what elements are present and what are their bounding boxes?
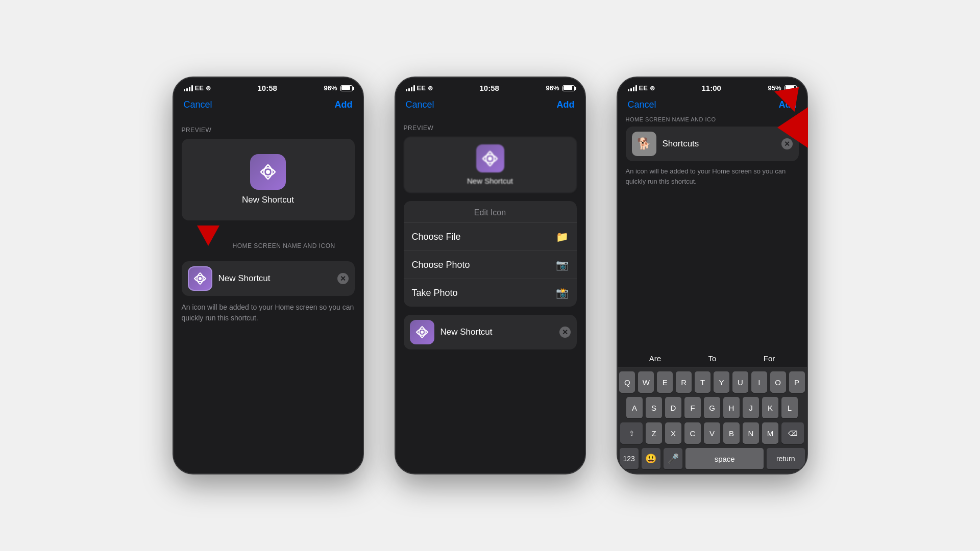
time-label-2: 10:58 [479,84,499,92]
suggestion-for[interactable]: For [764,354,775,363]
key-c[interactable]: C [684,422,701,444]
keyboard-row-2: A S D F G H J K L [620,397,805,418]
status-left-1: EE ⊜ [184,84,211,92]
key-w[interactable]: W [638,371,654,393]
shift-key[interactable]: ⇧ [620,422,643,444]
home-screen-label-1: HOME SCREEN NAME AND ICON [233,242,335,249]
key-u[interactable]: U [732,371,748,393]
battery-percent-1: 96% [324,84,337,92]
carrier-label-2: EE [417,84,426,92]
status-left-3: EE ⊜ [628,84,655,92]
icon-row-icon-2 [410,320,434,344]
key-r[interactable]: R [676,371,692,393]
status-right-2: 96% [546,84,574,92]
status-left-2: EE ⊜ [406,84,433,92]
key-z[interactable]: Z [646,422,662,444]
keyboard-suggestions: Are To For [618,349,807,367]
svg-point-3 [421,331,424,334]
svg-point-2 [488,157,492,161]
phone-1: EE ⊜ 10:58 96% Cancel Add PREVIEW [173,77,364,474]
nav-bar-2: Cancel Add [396,95,585,116]
clear-button-2[interactable]: ✕ [559,327,571,338]
key-v[interactable]: V [704,422,720,444]
shortcuts-icon-blurred [476,144,504,172]
key-l[interactable]: L [781,397,798,418]
status-bar-1: EE ⊜ 10:58 96% [174,78,363,95]
take-photo-item[interactable]: Take Photo 📸 [404,279,577,307]
delete-key[interactable]: ⌫ [781,422,804,444]
add-button-2[interactable]: Add [557,99,575,110]
key-n[interactable]: N [743,422,759,444]
icon-row-name-2: New Shortcut [440,327,553,337]
key-i[interactable]: I [751,371,767,393]
icon-row-2[interactable]: New Shortcut ✕ [404,315,577,349]
carrier-label: EE [195,84,204,92]
key-k[interactable]: K [762,397,778,418]
icon-row-name-3: Shortcuts [663,139,775,149]
key-p[interactable]: P [789,371,805,393]
add-button-1[interactable]: Add [335,99,353,110]
cancel-button-3[interactable]: Cancel [628,99,656,110]
choose-file-item[interactable]: Choose File 📁 [404,223,577,251]
space-key[interactable]: space [685,448,764,469]
key-g[interactable]: G [704,397,720,418]
emoji-key[interactable]: 😃 [642,448,660,469]
red-arrow-down-1 [197,226,219,246]
icon-row-name-1: New Shortcut [218,273,331,284]
camera-icon: 📸 [556,287,569,299]
key-q[interactable]: Q [619,371,635,393]
key-t[interactable]: T [695,371,710,393]
preview-label-2: PREVIEW [404,124,577,132]
battery-icon-1 [340,85,353,91]
icon-row-3[interactable]: 🐕 Shortcuts ✕ [626,127,799,161]
preview-card-1: New Shortcut [182,139,355,220]
suggestion-are[interactable]: Are [649,354,661,363]
cancel-button-2[interactable]: Cancel [406,99,434,110]
preview-card-blurred: New Shortcut [404,137,577,193]
blurred-title: New Shortcut [467,177,513,185]
suggestion-to[interactable]: To [708,354,717,363]
keyboard: Are To For Q W E R T Y U I O P [618,349,807,473]
key-y[interactable]: Y [714,371,729,393]
take-photo-label: Take Photo [412,288,458,298]
wifi-icon-3: ⊜ [650,85,655,92]
key-f[interactable]: F [684,397,701,418]
phone-3: EE ⊜ 11:00 95% Cancel Add HOME SCREEN NA… [617,77,808,474]
shortcuts-thumb-icon: 🐕 [632,132,656,156]
mic-key[interactable]: 🎤 [664,448,682,469]
num-switch-key[interactable]: 123 [620,448,639,469]
icon-row-1[interactable]: New Shortcut ✕ [182,261,355,296]
status-right-1: 96% [324,84,352,92]
key-o[interactable]: O [770,371,786,393]
clear-button-3[interactable]: ✕ [781,138,793,149]
keyboard-row-4: 123 😃 🎤 space return [620,448,805,469]
description-3: An icon will be added to your Home scree… [626,166,799,186]
preview-label-1: PREVIEW [182,127,355,134]
keyboard-row-1: Q W E R T Y U I O P [620,371,805,393]
status-bar-2: EE ⊜ 10:58 96% [396,78,585,95]
return-key[interactable]: return [767,448,805,469]
key-h[interactable]: H [723,397,740,418]
signal-icon-2 [406,85,415,91]
key-a[interactable]: A [626,397,643,418]
key-s[interactable]: S [646,397,662,418]
phone-2: EE ⊜ 10:58 96% Cancel Add PREVIEW [395,77,586,474]
svg-point-0 [266,170,270,174]
icon-row-icon-1[interactable] [188,266,212,291]
key-b[interactable]: B [723,422,740,444]
key-e[interactable]: E [657,371,673,393]
signal-icon-3 [628,85,637,91]
key-m[interactable]: M [762,422,778,444]
choose-file-label: Choose File [412,232,461,242]
choose-photo-item[interactable]: Choose Photo 📷 [404,251,577,279]
cancel-button-1[interactable]: Cancel [184,99,212,110]
clear-button-1[interactable]: ✕ [337,273,349,284]
key-j[interactable]: J [743,397,759,418]
photo-icon: 📷 [556,259,569,271]
key-d[interactable]: D [665,397,681,418]
time-label-3: 11:00 [701,84,721,92]
keyboard-row-3: ⇧ Z X C V B N M ⌫ [620,422,805,444]
key-x[interactable]: X [665,422,681,444]
signal-icon [184,85,193,91]
time-label-1: 10:58 [257,84,277,92]
